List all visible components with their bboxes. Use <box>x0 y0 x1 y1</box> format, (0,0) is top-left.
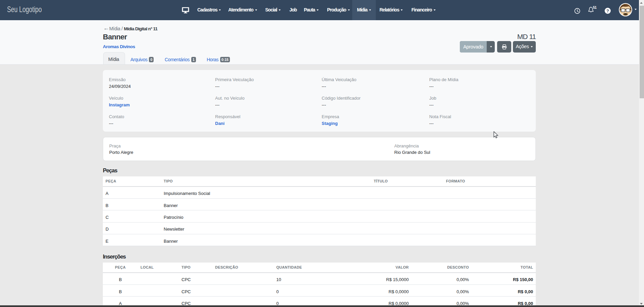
svg-text:?: ? <box>606 8 609 13</box>
